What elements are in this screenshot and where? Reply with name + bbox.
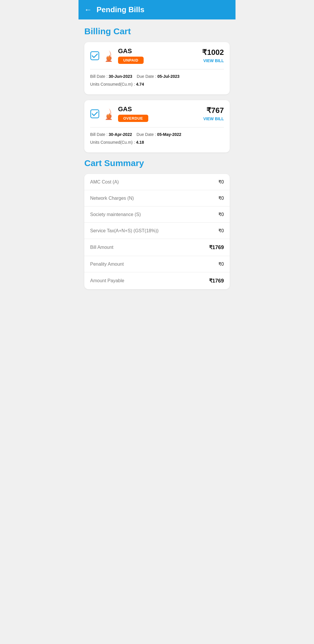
main-content: Billing Cart	[78, 19, 236, 296]
summary-label-5: Penality Amount	[90, 262, 124, 267]
summary-value-4: ₹1769	[209, 244, 224, 251]
summary-row-5: Penality Amount₹0	[84, 256, 230, 272]
bill-date-row-2: Bill Date : 30-Apr-2022 Due Date : 05-Ma…	[90, 132, 224, 138]
gas-flame-icon-1	[102, 49, 115, 62]
bill-card-top-1: GAS UNPAID ₹1002 VIEW BILL	[84, 42, 230, 69]
summary-label-4: Bill Amount	[90, 245, 113, 250]
cart-summary-section: Cart Summary AMC Cost (A)₹0Network Charg…	[84, 158, 230, 289]
summary-value-5: ₹0	[218, 261, 224, 267]
summary-card: AMC Cost (A)₹0Network Charges (N)₹0Socie…	[84, 174, 230, 289]
bill-card-1: GAS UNPAID ₹1002 VIEW BILL Bill Date : 3…	[84, 42, 230, 94]
bill-details-1: Bill Date : 30-Jun-2023 Due Date : 05-Ju…	[84, 69, 230, 94]
status-badge-2: OVERDUE	[118, 115, 148, 122]
bill-amount-1: ₹1002	[202, 48, 224, 57]
checkbox-icon-1[interactable]	[90, 51, 99, 60]
cart-summary-title: Cart Summary	[84, 158, 230, 168]
summary-label-3: Service Tax(A+N+S) (GST(18%))	[90, 228, 158, 233]
checkbox-icon-2[interactable]	[90, 109, 99, 118]
summary-row-3: Service Tax(A+N+S) (GST(18%))₹0	[84, 223, 230, 239]
summary-value-6: ₹1769	[209, 278, 224, 284]
summary-value-1: ₹0	[218, 195, 224, 201]
bill-right-1: ₹1002 VIEW BILL	[202, 48, 224, 63]
summary-label-0: AMC Cost (A)	[90, 179, 119, 185]
bill-card-2: GAS OVERDUE ₹767 VIEW BILL Bill Date : 3…	[84, 100, 230, 152]
bill-amount-2: ₹767	[203, 106, 224, 115]
gas-flame-icon-2	[102, 107, 115, 120]
bill-units-row-2: Units Consumed(Cu.m) : 4.18	[90, 139, 224, 145]
billing-cart-section: Billing Cart	[84, 26, 230, 152]
summary-value-3: ₹0	[218, 228, 224, 233]
bill-details-2: Bill Date : 30-Apr-2022 Due Date : 05-Ma…	[84, 127, 230, 152]
summary-label-1: Network Charges (N)	[90, 196, 134, 201]
summary-row-2: Society maintenance (S)₹0	[84, 206, 230, 223]
page-title: Pending Bills	[97, 5, 144, 14]
bill-name-1: GAS	[118, 47, 199, 55]
summary-row-4: Bill Amount₹1769	[84, 239, 230, 256]
billing-cart-title: Billing Cart	[84, 26, 230, 36]
bill-card-top-2: GAS OVERDUE ₹767 VIEW BILL	[84, 100, 230, 127]
summary-row-1: Network Charges (N)₹0	[84, 190, 230, 206]
bill-units-row-1: Units Consumed(Cu.m) : 4.74	[90, 81, 224, 87]
summary-label-2: Society maintenance (S)	[90, 212, 141, 217]
summary-row-6: Amount Payable₹1769	[84, 272, 230, 289]
summary-value-2: ₹0	[218, 212, 224, 217]
summary-row-0: AMC Cost (A)₹0	[84, 174, 230, 190]
bill-name-2: GAS	[118, 105, 200, 113]
summary-label-6: Amount Payable	[90, 278, 124, 283]
back-button[interactable]: ←	[84, 5, 92, 14]
status-badge-1: UNPAID	[118, 57, 144, 64]
bill-info-2: GAS OVERDUE	[118, 105, 200, 122]
bill-right-2: ₹767 VIEW BILL	[203, 106, 224, 121]
bill-info-1: GAS UNPAID	[118, 47, 199, 64]
summary-value-0: ₹0	[218, 179, 224, 185]
view-bill-link-2[interactable]: VIEW BILL	[203, 116, 224, 121]
header: ← Pending Bills	[78, 0, 236, 19]
view-bill-link-1[interactable]: VIEW BILL	[203, 58, 224, 63]
bill-date-row-1: Bill Date : 30-Jun-2023 Due Date : 05-Ju…	[90, 73, 224, 80]
